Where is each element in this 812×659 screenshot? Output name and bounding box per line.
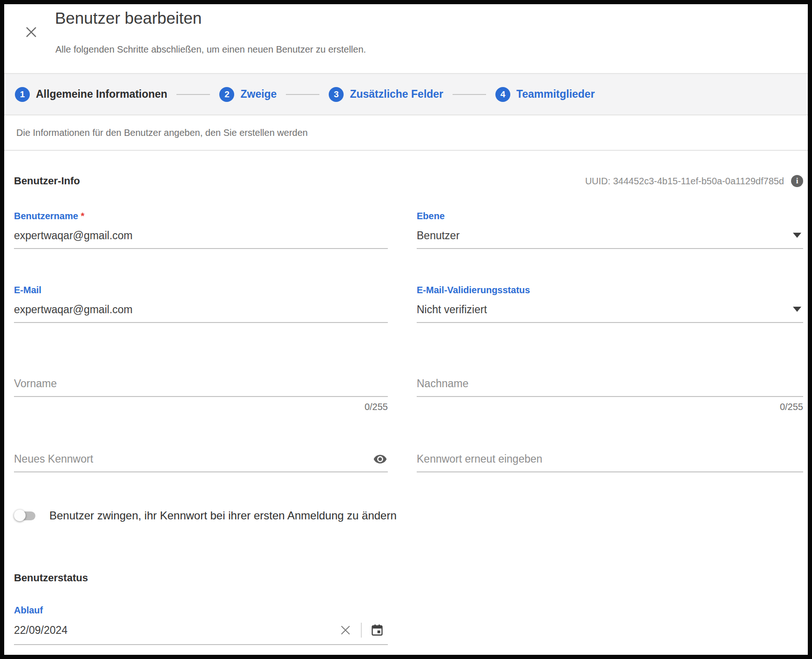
first-name-input[interactable]: [14, 370, 388, 397]
calendar-icon: [371, 624, 384, 637]
chevron-down-icon: [793, 307, 801, 312]
email-input[interactable]: [14, 296, 388, 323]
level-label: Ebene: [417, 210, 803, 222]
divider: [361, 623, 362, 638]
email-validation-label: E-Mail-Validierungsstatus: [417, 284, 803, 296]
stepper-step-zweige[interactable]: 2 Zweige: [219, 87, 277, 102]
last-name-char-counter: 0/255: [417, 402, 803, 412]
step-label: Zweige: [240, 88, 277, 101]
toggle-thumb: [14, 510, 26, 521]
force-password-change-label: Benutzer zwingen, ihr Kennwort bei ihrer…: [49, 509, 397, 522]
email-validation-select-field: E-Mail-Validierungsstatus Nicht verifizi…: [417, 284, 803, 323]
dialog-header: Benutzer bearbeiten Alle folgenden Schri…: [4, 4, 808, 73]
form-content: Benutzer-Info UUID: 344452c3-4b15-11ef-b…: [4, 175, 808, 645]
step-description-banner: Die Informationen für den Benutzer angeb…: [4, 115, 808, 151]
page-title: Benutzer bearbeiten: [55, 9, 202, 27]
step-number-badge: 3: [329, 87, 344, 102]
section-title-benutzerstatus: Benutzerstatus: [14, 572, 803, 584]
open-calendar-button[interactable]: [369, 622, 385, 638]
repeat-password-input[interactable]: [417, 445, 803, 472]
new-password-field: [14, 445, 388, 472]
step-number-badge: 1: [15, 87, 30, 102]
last-name-input[interactable]: [417, 370, 803, 397]
last-name-field: 0/255: [417, 370, 803, 412]
chevron-down-icon: [793, 233, 801, 238]
step-number-badge: 4: [495, 87, 510, 102]
stepper: 1 Allgemeine Informationen 2 Zweige 3 Zu…: [4, 73, 808, 115]
stepper-step-teammitglieder[interactable]: 4 Teammitglieder: [495, 87, 595, 102]
eye-icon: [373, 452, 387, 466]
repeat-password-field: [417, 445, 803, 472]
step-label: Teammitglieder: [516, 88, 595, 101]
email-label: E-Mail: [14, 284, 388, 296]
show-password-button[interactable]: [372, 451, 388, 467]
new-password-input[interactable]: [14, 445, 388, 472]
uuid-row: UUID: 344452c3-4b15-11ef-b50a-0a1129df78…: [585, 175, 803, 187]
edit-user-dialog: Benutzer bearbeiten Alle folgenden Schri…: [4, 4, 808, 655]
username-input[interactable]: [14, 222, 388, 249]
uuid-value: UUID: 344452c3-4b15-11ef-b50a-0a1129df78…: [585, 176, 784, 187]
first-name-char-counter: 0/255: [14, 402, 388, 412]
stepper-connector: [286, 94, 319, 95]
page-subtitle: Alle folgenden Schritte abschließen, um …: [55, 44, 366, 55]
email-field: E-Mail: [14, 284, 388, 323]
level-select-field: Ebene Benutzer: [417, 210, 803, 249]
step-label: Zusätzliche Felder: [350, 88, 443, 101]
stepper-step-allgemeine-informationen[interactable]: 1 Allgemeine Informationen: [15, 87, 167, 102]
required-asterisk: *: [81, 211, 84, 221]
step-number-badge: 2: [219, 87, 234, 102]
section-title-benutzer-info: Benutzer-Info: [14, 175, 80, 187]
clear-icon: [339, 624, 352, 637]
force-password-change-row: Benutzer zwingen, ihr Kennwort bei ihrer…: [14, 509, 803, 523]
expiry-date-value[interactable]: 22/09/2024: [14, 623, 338, 637]
stepper-step-zusaetzliche-felder[interactable]: 3 Zusätzliche Felder: [329, 87, 443, 102]
stepper-connector: [176, 94, 210, 95]
expiry-label: Ablauf: [14, 605, 803, 616]
info-icon[interactable]: i: [791, 175, 803, 187]
first-name-field: 0/255: [14, 370, 388, 412]
expiry-date-field[interactable]: 22/09/2024: [14, 616, 388, 645]
level-select[interactable]: Benutzer: [417, 222, 803, 249]
username-label: Benutzername *: [14, 210, 388, 222]
email-validation-select[interactable]: Nicht verifiziert: [417, 296, 803, 323]
force-password-change-toggle[interactable]: [14, 509, 36, 523]
close-button[interactable]: [22, 23, 41, 41]
step-label: Allgemeine Informationen: [36, 88, 167, 101]
stepper-connector: [453, 94, 486, 95]
close-icon: [24, 25, 39, 40]
clear-date-button[interactable]: [338, 622, 353, 638]
username-field: Benutzername *: [14, 210, 388, 249]
